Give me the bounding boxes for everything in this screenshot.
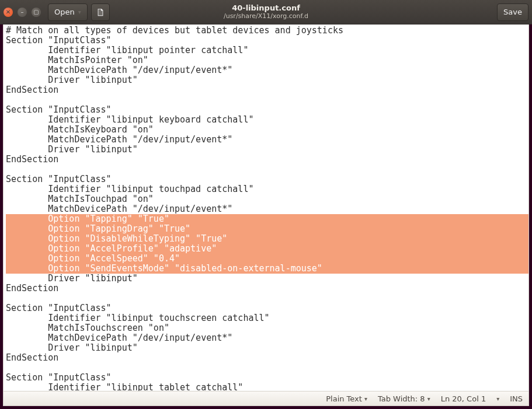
code-line[interactable]: Section "InputClass" xyxy=(6,36,528,46)
code-line[interactable]: EndSection xyxy=(6,85,528,95)
code-line[interactable]: Driver "libinput" xyxy=(6,274,528,284)
insert-mode[interactable]: INS xyxy=(510,394,523,403)
minimize-icon[interactable]: – xyxy=(18,8,27,17)
code-line[interactable]: Section "InputClass" xyxy=(6,373,528,383)
editor-viewport[interactable]: # Match on all types of devices but tabl… xyxy=(3,25,529,391)
chevron-down-icon: ▾ xyxy=(496,396,499,402)
syntax-mode-selector[interactable]: Plain Text ▾ xyxy=(326,394,367,403)
code-line[interactable]: Driver "libinput" xyxy=(6,145,528,155)
code-line[interactable]: EndSection xyxy=(6,353,528,363)
code-line[interactable]: # Match on all types of devices but tabl… xyxy=(6,26,528,36)
editor-content[interactable]: # Match on all types of devices but tabl… xyxy=(4,25,528,391)
code-line[interactable] xyxy=(6,363,528,373)
chevron-down-icon: ▾ xyxy=(78,9,81,15)
tab-width-selector[interactable]: Tab Width: 8 ▾ xyxy=(378,394,430,403)
code-line[interactable]: MatchIsKeyboard "on" xyxy=(6,125,528,135)
syntax-mode-label: Plain Text xyxy=(326,394,362,403)
code-line[interactable] xyxy=(6,165,528,174)
code-line[interactable]: Section "InputClass" xyxy=(6,174,528,184)
new-document-icon xyxy=(96,8,105,16)
code-line[interactable]: Driver "libinput" xyxy=(6,343,528,353)
code-line[interactable]: EndSection xyxy=(6,155,528,165)
code-line[interactable]: Identifier "libinput pointer catchall" xyxy=(6,46,528,55)
code-line[interactable]: Option "DisableWhileTyping" "True" xyxy=(6,234,528,244)
titlebar: ✕ – ▢ Open ▾ 40-libinput.conf /usr/share… xyxy=(0,0,532,25)
code-line[interactable]: Driver "libinput" xyxy=(6,75,528,85)
code-line[interactable]: Option "AccelSpeed" "0.4" xyxy=(6,254,528,264)
chevron-down-icon: ▾ xyxy=(427,396,430,402)
statusbar: Plain Text ▾ Tab Width: 8 ▾ Ln 20, Col 1… xyxy=(3,391,529,406)
maximize-icon[interactable]: ▢ xyxy=(32,8,41,17)
code-line[interactable]: MatchDevicePath "/dev/input/event*" xyxy=(6,65,528,75)
cursor-position[interactable]: Ln 20, Col 1 xyxy=(441,394,486,403)
window-controls: ✕ – ▢ xyxy=(4,8,41,17)
code-line[interactable]: MatchDevicePath "/dev/input/event*" xyxy=(6,204,528,214)
code-line[interactable]: EndSection xyxy=(6,284,528,293)
code-line[interactable]: Identifier "libinput tablet catchall" xyxy=(6,383,528,391)
statusbar-menu[interactable]: ▾ xyxy=(496,396,499,402)
chevron-down-icon: ▾ xyxy=(364,396,367,402)
code-line[interactable] xyxy=(6,95,528,105)
code-line[interactable]: Section "InputClass" xyxy=(6,105,528,115)
code-line[interactable]: MatchIsTouchscreen "on" xyxy=(6,323,528,333)
save-button[interactable]: Save xyxy=(497,4,528,21)
code-line[interactable]: Option "TappingDrag" "True" xyxy=(6,224,528,234)
code-line[interactable] xyxy=(6,293,528,303)
new-document-button[interactable] xyxy=(91,4,110,21)
code-line[interactable]: MatchIsPointer "on" xyxy=(6,55,528,65)
code-line[interactable]: Identifier "libinput keyboard catchall" xyxy=(6,115,528,125)
code-line[interactable]: Option "SendEventsMode" "disabled-on-ext… xyxy=(6,264,528,274)
open-button[interactable]: Open ▾ xyxy=(48,4,88,21)
open-button-label: Open xyxy=(54,8,75,16)
code-line[interactable]: MatchDevicePath "/dev/input/event*" xyxy=(6,135,528,145)
code-line[interactable]: Option "AccelProfile" "adaptive" xyxy=(6,244,528,254)
code-line[interactable]: Identifier "libinput touchscreen catchal… xyxy=(6,313,528,323)
save-button-label: Save xyxy=(503,8,522,16)
code-line[interactable]: Option "Tapping" "True" xyxy=(6,214,528,224)
insert-mode-label: INS xyxy=(510,394,523,403)
close-icon[interactable]: ✕ xyxy=(4,8,13,17)
code-line[interactable]: Identifier "libinput touchpad catchall" xyxy=(6,184,528,194)
code-line[interactable]: MatchDevicePath "/dev/input/event*" xyxy=(6,333,528,343)
tab-width-label: Tab Width: 8 xyxy=(378,394,425,403)
cursor-position-label: Ln 20, Col 1 xyxy=(441,394,486,403)
code-line[interactable]: Section "InputClass" xyxy=(6,303,528,313)
code-line[interactable]: MatchIsTouchpad "on" xyxy=(6,194,528,204)
